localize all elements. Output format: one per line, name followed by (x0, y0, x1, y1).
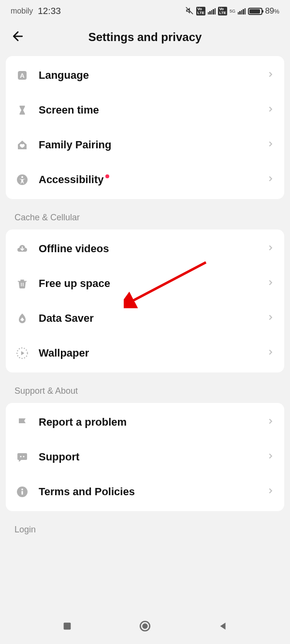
flag-icon (15, 415, 29, 429)
svg-point-14 (143, 624, 147, 629)
network-label: 5G (230, 9, 235, 14)
item-label: Language (39, 69, 257, 82)
data-saver-icon (15, 312, 29, 325)
section-header-support-about: Support & About (6, 372, 284, 403)
chevron-right-icon (267, 71, 275, 80)
hourglass-icon (15, 103, 29, 117)
language-icon: A (15, 69, 29, 82)
item-label: Wallpaper (39, 347, 257, 359)
settings-group-card: A Language Screen time Family Pairing (6, 56, 284, 199)
wallpaper-icon (15, 346, 29, 360)
item-label: Support (39, 451, 257, 463)
status-time: 12:33 (38, 6, 61, 16)
volte-icon-2: VoLTE (218, 7, 227, 15)
list-item-data-saver[interactable]: Data Saver (6, 301, 284, 336)
mute-icon (185, 6, 194, 16)
svg-point-3 (21, 176, 23, 178)
list-item-terms-policies[interactable]: Terms and Policies (6, 474, 284, 509)
svg-point-5 (20, 456, 22, 458)
item-label: Family Pairing (39, 139, 257, 151)
list-item-report-problem[interactable]: Report a problem (6, 405, 284, 440)
cache-cellular-card: Offline videos Free up space Data Saver (6, 229, 284, 372)
list-item-free-up-space[interactable]: Free up space (6, 266, 284, 301)
battery-icon (248, 8, 262, 15)
chevron-right-icon (267, 244, 275, 254)
item-label: Screen time (39, 104, 257, 116)
signal-icon-1 (208, 8, 216, 14)
section-header-login: Login (6, 511, 284, 542)
status-bar: mobily 12:33 VoLTE VoLTE 5G 89% (0, 0, 290, 20)
home-heart-icon (15, 138, 29, 152)
nav-home-button[interactable] (139, 620, 151, 634)
list-item-offline-videos[interactable]: Offline videos (6, 231, 284, 266)
list-item-wallpaper[interactable]: Wallpaper (6, 336, 284, 371)
list-item-accessibility[interactable]: Accessibility (6, 162, 284, 197)
accessibility-icon (15, 173, 29, 186)
svg-rect-12 (64, 623, 71, 630)
info-icon (15, 485, 29, 499)
signal-icon-2 (238, 8, 246, 14)
svg-point-8 (21, 488, 23, 490)
system-nav-bar (0, 610, 290, 644)
list-item-family-pairing[interactable]: Family Pairing (6, 128, 284, 162)
page-title: Settings and privacy (11, 30, 279, 44)
item-label: Accessibility (39, 173, 257, 186)
page-header: Settings and privacy (0, 20, 290, 56)
chevron-right-icon (267, 140, 275, 150)
section-header-cache-cellular: Cache & Cellular (6, 199, 284, 229)
svg-point-6 (23, 456, 25, 458)
item-label: Free up space (39, 277, 257, 290)
svg-text:A: A (20, 72, 25, 79)
chevron-right-icon (267, 279, 275, 288)
chevron-right-icon (267, 487, 275, 497)
carrier-label: mobily (11, 7, 33, 15)
list-item-screen-time[interactable]: Screen time (6, 93, 284, 128)
chat-icon (15, 450, 29, 464)
item-label: Terms and Policies (39, 486, 257, 498)
item-label: Data Saver (39, 312, 257, 325)
chevron-right-icon (267, 105, 275, 115)
chevron-right-icon (267, 348, 275, 358)
list-item-language[interactable]: A Language (6, 58, 284, 93)
cloud-download-icon (15, 242, 29, 256)
trash-icon (15, 277, 29, 290)
volte-icon-1: VoLTE (196, 7, 205, 15)
support-about-card: Report a problem Support Terms and Polic… (6, 403, 284, 511)
battery-percent: 89% (265, 6, 279, 16)
nav-recents-button[interactable] (62, 621, 72, 633)
item-label: Offline videos (39, 243, 257, 255)
svg-rect-9 (22, 491, 23, 495)
nav-back-button[interactable] (218, 621, 228, 633)
list-item-support[interactable]: Support (6, 440, 284, 474)
chevron-right-icon (267, 314, 275, 323)
chevron-right-icon (267, 417, 275, 427)
chevron-right-icon (267, 175, 275, 185)
item-label: Report a problem (39, 416, 257, 429)
chevron-right-icon (267, 452, 275, 462)
